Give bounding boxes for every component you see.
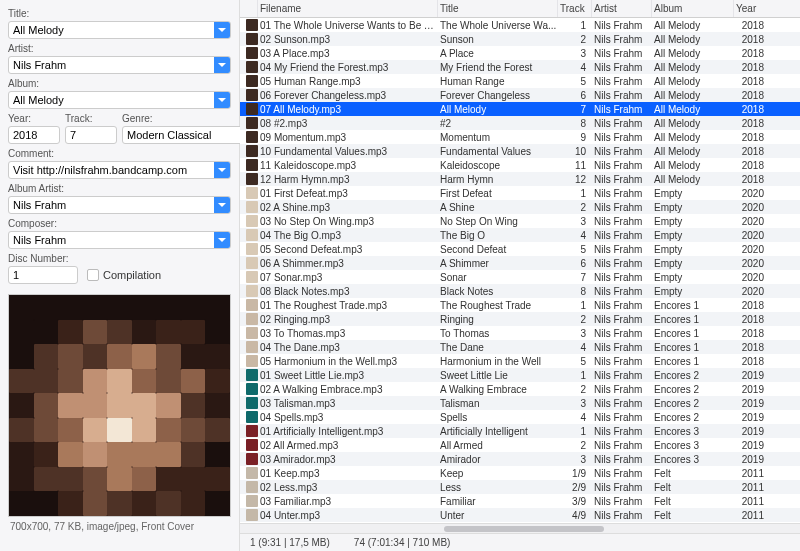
albumartist-dropdown-button[interactable] (214, 197, 230, 213)
cell-album: Encores 3 (652, 454, 734, 465)
col-title[interactable]: Title (438, 0, 558, 17)
album-swatch (246, 355, 258, 367)
cell-artist: Nils Frahm (592, 104, 652, 115)
cell-album: Empty (652, 202, 734, 213)
cell-artist: Nils Frahm (592, 174, 652, 185)
cell-track: 2/9 (558, 482, 592, 493)
cell-artist: Nils Frahm (592, 76, 652, 87)
albumartist-combo[interactable] (8, 196, 231, 214)
table-row[interactable]: 01 Keep.mp3Keep1/9Nils FrahmFelt2011 (240, 466, 800, 480)
table-row[interactable]: 03 Amirador.mp3Amirador3Nils FrahmEncore… (240, 452, 800, 466)
year-combo[interactable] (8, 126, 60, 144)
cell-album: Encores 2 (652, 398, 734, 409)
cell-track: 4 (558, 412, 592, 423)
table-row[interactable]: 10 Fundamental Values.mp3Fundamental Val… (240, 144, 800, 158)
cell-filename: 11 Kaleidoscope.mp3 (258, 160, 438, 171)
cell-artist: Nils Frahm (592, 118, 652, 129)
cell-track: 5 (558, 244, 592, 255)
cell-year: 2019 (734, 454, 770, 465)
table-row[interactable]: 02 Less.mp3Less2/9Nils FrahmFelt2011 (240, 480, 800, 494)
table-row[interactable]: 04 The Big O.mp3The Big O4Nils FrahmEmpt… (240, 228, 800, 242)
table-row[interactable]: 02 Ringing.mp3Ringing2Nils FrahmEncores … (240, 312, 800, 326)
title-combo[interactable] (8, 21, 231, 39)
table-row[interactable]: 01 The Roughest Trade.mp3The Roughest Tr… (240, 298, 800, 312)
table-header[interactable]: Filename Title Track Artist Album Year (240, 0, 800, 18)
table-row[interactable]: 04 Unter.mp3Unter4/9Nils FrahmFelt2011 (240, 508, 800, 522)
table-row[interactable]: 01 Sweet Little Lie.mp3Sweet Little Lie1… (240, 368, 800, 382)
artwork-mosaic (9, 295, 230, 516)
year-label: Year: (8, 113, 60, 124)
cell-title: First Defeat (438, 188, 558, 199)
album-input[interactable] (9, 94, 214, 106)
table-row[interactable]: 01 First Defeat.mp3First Defeat1Nils Fra… (240, 186, 800, 200)
table-row[interactable]: 07 Sonar.mp3Sonar7Nils FrahmEmpty2020 (240, 270, 800, 284)
table-row[interactable]: 03 Familiar.mp3Familiar3/9Nils FrahmFelt… (240, 494, 800, 508)
cell-album: Encores 1 (652, 342, 734, 353)
discnum-input[interactable] (9, 269, 78, 281)
artist-input[interactable] (9, 59, 214, 71)
cell-filename: 06 A Shimmer.mp3 (258, 258, 438, 269)
cell-artist: Nils Frahm (592, 90, 652, 101)
table-row[interactable]: 03 No Step On Wing.mp3No Step On Wing3Ni… (240, 214, 800, 228)
artist-dropdown-button[interactable] (214, 57, 230, 73)
composer-combo[interactable] (8, 231, 231, 249)
table-row[interactable]: 04 Spells.mp3Spells4Nils FrahmEncores 22… (240, 410, 800, 424)
compilation-checkbox[interactable] (87, 269, 99, 281)
cell-album: Encores 1 (652, 356, 734, 367)
track-list[interactable]: 01 The Whole Universe Wants to Be Touche… (240, 18, 800, 523)
table-row[interactable]: 04 The Dane.mp3The Dane4Nils FrahmEncore… (240, 340, 800, 354)
discnum-combo[interactable] (8, 266, 78, 284)
comment-dropdown-button[interactable] (214, 162, 230, 178)
table-row[interactable]: 05 Second Defeat.mp3Second Defeat5Nils F… (240, 242, 800, 256)
col-album[interactable]: Album (652, 0, 734, 17)
cell-year: 2018 (734, 48, 770, 59)
table-row[interactable]: 08 #2.mp3#28Nils FrahmAll Melody2018 (240, 116, 800, 130)
table-row[interactable]: 02 Sunson.mp3Sunson2Nils FrahmAll Melody… (240, 32, 800, 46)
col-artist[interactable]: Artist (592, 0, 652, 17)
table-row[interactable]: 04 My Friend the Forest.mp3My Friend the… (240, 60, 800, 74)
table-row[interactable]: 01 Artificially Intelligent.mp3Artificia… (240, 424, 800, 438)
table-row[interactable]: 12 Harm Hymn.mp3Harm Hymn12Nils FrahmAll… (240, 172, 800, 186)
table-row[interactable]: 03 To Thomas.mp3To Thomas3Nils FrahmEnco… (240, 326, 800, 340)
table-row[interactable]: 03 A Place.mp3A Place3Nils FrahmAll Melo… (240, 46, 800, 60)
comment-combo[interactable] (8, 161, 231, 179)
col-filename[interactable]: Filename (258, 0, 438, 17)
table-row[interactable]: 03 Talisman.mp3Talisman3Nils FrahmEncore… (240, 396, 800, 410)
col-year[interactable]: Year (734, 0, 770, 17)
scrollbar-thumb[interactable] (444, 526, 604, 532)
table-row[interactable]: 02 All Armed.mp3All Armed2Nils FrahmEnco… (240, 438, 800, 452)
cell-track: 1/9 (558, 468, 592, 479)
artist-combo[interactable] (8, 56, 231, 74)
title-dropdown-button[interactable] (214, 22, 230, 38)
album-dropdown-button[interactable] (214, 92, 230, 108)
track-input[interactable] (66, 129, 117, 141)
table-row[interactable]: 05 Harmonium in the Well.mp3Harmonium in… (240, 354, 800, 368)
comment-input[interactable] (9, 164, 214, 176)
status-bar: 1 (9:31 | 17,5 MB) 74 (7:01:34 | 710 MB) (240, 533, 800, 551)
horizontal-scrollbar[interactable] (240, 523, 800, 533)
track-combo[interactable] (65, 126, 117, 144)
table-row[interactable]: 09 Momentum.mp3Momentum9Nils FrahmAll Me… (240, 130, 800, 144)
table-row[interactable]: 11 Kaleidoscope.mp3Kaleidoscope11Nils Fr… (240, 158, 800, 172)
cell-filename: 04 My Friend the Forest.mp3 (258, 62, 438, 73)
track-list-pane: Filename Title Track Artist Album Year 0… (240, 0, 800, 551)
cell-track: 11 (558, 160, 592, 171)
composer-dropdown-button[interactable] (214, 232, 230, 248)
table-row[interactable]: 06 A Shimmer.mp3A Shimmer6Nils FrahmEmpt… (240, 256, 800, 270)
table-row[interactable]: 08 Black Notes.mp3Black Notes8Nils Frahm… (240, 284, 800, 298)
album-combo[interactable] (8, 91, 231, 109)
table-row[interactable]: 02 A Walking Embrace.mp3A Walking Embrac… (240, 382, 800, 396)
album-artwork[interactable]: NILS FRAHM ALL MELODY (8, 294, 231, 517)
album-swatch (246, 75, 258, 87)
table-row[interactable]: 02 A Shine.mp3A Shine2Nils FrahmEmpty202… (240, 200, 800, 214)
col-track[interactable]: Track (558, 0, 592, 17)
composer-input[interactable] (9, 234, 214, 246)
year-input[interactable] (9, 129, 60, 141)
table-row[interactable]: 01 The Whole Universe Wants to Be Touche… (240, 18, 800, 32)
table-row[interactable]: 07 All Melody.mp3All Melody7Nils FrahmAl… (240, 102, 800, 116)
table-row[interactable]: 06 Forever Changeless.mp3Forever Changel… (240, 88, 800, 102)
title-input[interactable] (9, 24, 214, 36)
cell-title: My Friend the Forest (438, 62, 558, 73)
table-row[interactable]: 05 Human Range.mp3Human Range5Nils Frahm… (240, 74, 800, 88)
albumartist-input[interactable] (9, 199, 214, 211)
